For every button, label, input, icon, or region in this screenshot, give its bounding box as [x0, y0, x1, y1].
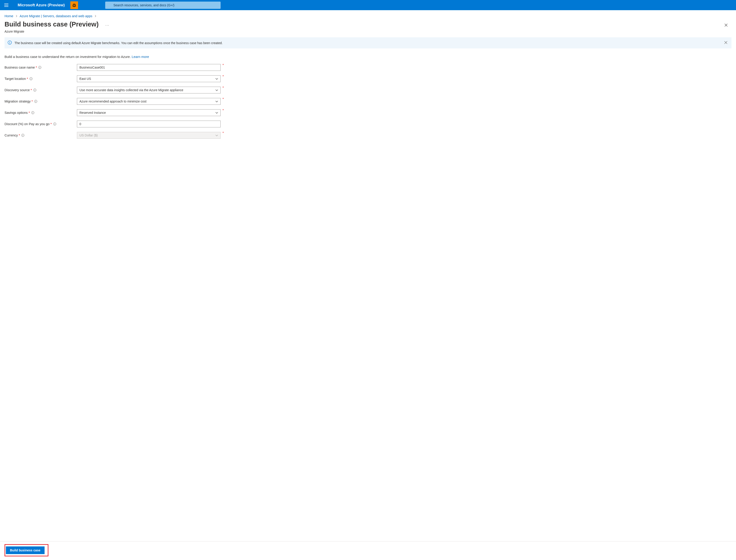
form-row-currency: Currency * US Dollar ($) * [5, 132, 731, 139]
business-case-form: Business case name * * Target location *… [0, 64, 736, 139]
required-indicator: * [223, 131, 224, 135]
svg-line-10 [75, 6, 76, 7]
close-icon [724, 23, 728, 27]
breadcrumb-azure-migrate[interactable]: Azure Migrate | Servers, databases and w… [20, 14, 92, 18]
svg-point-39 [23, 134, 23, 135]
svg-rect-0 [4, 4, 8, 4]
chevron-right-icon [95, 14, 96, 18]
svg-rect-1 [4, 5, 8, 5]
page-header: Build business case (Preview) ··· [0, 19, 736, 29]
close-icon [724, 41, 727, 44]
chevron-down-icon [215, 111, 218, 114]
label-currency: Currency [5, 133, 18, 137]
info-hint-icon[interactable] [34, 100, 37, 103]
topbar: Microsoft Azure (Preview) [0, 0, 736, 10]
label-discount: Discount (%) on Pay as you go [5, 122, 50, 126]
svg-line-9 [73, 6, 73, 7]
chevron-down-icon [215, 77, 218, 81]
info-hint-icon[interactable] [21, 134, 24, 137]
svg-rect-17 [10, 42, 10, 44]
select-value: East US [79, 77, 91, 81]
more-actions-button[interactable]: ··· [105, 23, 110, 27]
brand-title[interactable]: Microsoft Azure (Preview) [18, 3, 65, 7]
form-row-discount: Discount (%) on Pay as you go * [5, 121, 731, 127]
search-input[interactable] [105, 2, 221, 9]
label-savings-options: Savings options [5, 111, 28, 114]
select-value: US Dollar ($) [79, 133, 98, 137]
discount-input[interactable] [77, 121, 221, 127]
required-indicator: * [36, 66, 37, 69]
svg-line-6 [75, 5, 76, 5]
chevron-down-icon [215, 88, 218, 92]
chevron-down-icon [215, 133, 218, 137]
select-value: Reserved Instance [79, 111, 106, 114]
select-value: Use more accurate data insights collecte… [79, 88, 183, 92]
target-location-select[interactable]: East US [77, 75, 221, 82]
svg-rect-28 [35, 90, 35, 91]
label-business-case-name: Business case name [5, 66, 35, 69]
info-banner: The business case will be created using … [5, 37, 731, 48]
form-row-savings: Savings options * Reserved Instance * [5, 109, 731, 116]
close-button[interactable] [723, 22, 729, 29]
info-hint-icon[interactable] [31, 111, 34, 114]
report-bug-button[interactable] [70, 1, 78, 9]
required-indicator: * [223, 86, 224, 89]
learn-more-link[interactable]: Learn more [132, 55, 149, 59]
required-indicator: * [223, 63, 224, 67]
svg-rect-2 [4, 6, 8, 7]
info-hint-icon[interactable] [33, 88, 36, 92]
svg-rect-22 [40, 67, 40, 68]
info-icon [8, 41, 12, 45]
info-hint-icon[interactable] [38, 66, 41, 69]
intro-text: Build a business case to understand the … [0, 53, 736, 64]
bug-icon [72, 3, 76, 7]
breadcrumb-home[interactable]: Home [5, 14, 13, 18]
required-indicator: * [223, 97, 224, 101]
discovery-source-select[interactable]: Use more accurate data insights collecte… [77, 87, 221, 93]
label-migration-strategy: Migration strategy [5, 100, 31, 103]
info-hint-icon[interactable] [53, 122, 56, 126]
required-indicator: * [223, 74, 224, 78]
hamburger-menu-button[interactable] [2, 1, 11, 10]
label-discovery-source: Discovery source [5, 88, 30, 92]
svg-line-5 [73, 5, 73, 5]
intro-body: Build a business case to understand the … [5, 55, 132, 59]
required-indicator: * [50, 122, 52, 126]
form-row-location: Target location * East US * [5, 75, 731, 82]
required-indicator: * [29, 111, 30, 114]
required-indicator: * [31, 88, 32, 92]
required-indicator: * [31, 100, 33, 103]
select-value: Azure recommended approach to minimize c… [79, 100, 146, 103]
info-hint-icon[interactable] [29, 77, 33, 80]
svg-point-21 [40, 67, 40, 67]
form-row-strategy: Migration strategy * Azure recommended a… [5, 98, 731, 105]
svg-point-27 [35, 89, 35, 90]
hamburger-icon [4, 4, 8, 7]
info-banner-text: The business case will be created using … [14, 41, 721, 45]
svg-point-24 [31, 78, 31, 78]
svg-point-16 [10, 41, 10, 42]
svg-point-36 [55, 123, 55, 124]
required-indicator: * [223, 108, 224, 112]
business-case-name-input[interactable] [77, 64, 221, 71]
migration-strategy-select[interactable]: Azure recommended approach to minimize c… [77, 98, 221, 105]
page-title: Build business case (Preview) [5, 21, 99, 28]
required-indicator: * [19, 133, 20, 137]
currency-select: US Dollar ($) [77, 132, 221, 139]
chevron-right-icon [16, 14, 17, 18]
label-target-location: Target location [5, 77, 26, 81]
required-indicator: * [27, 77, 28, 81]
form-row-name: Business case name * * [5, 64, 731, 71]
svg-point-30 [36, 100, 36, 101]
savings-options-select[interactable]: Reserved Instance [77, 109, 221, 116]
page-subtitle: Azure Migrate [0, 29, 736, 37]
breadcrumb: Home Azure Migrate | Servers, databases … [0, 10, 736, 19]
form-row-discovery: Discovery source * Use more accurate dat… [5, 87, 731, 93]
svg-point-33 [33, 112, 33, 112]
dismiss-banner-button[interactable] [723, 40, 728, 46]
chevron-down-icon [215, 100, 218, 103]
svg-rect-25 [31, 79, 31, 80]
